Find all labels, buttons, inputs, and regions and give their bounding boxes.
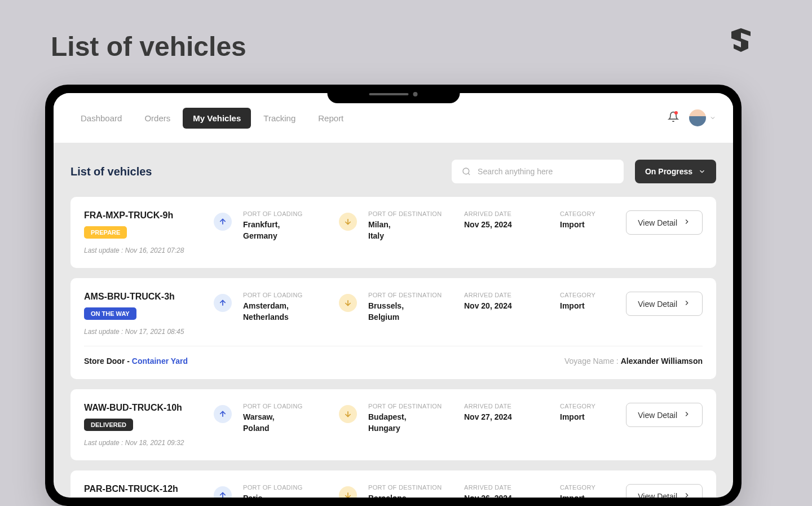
arrived-date-value: Nov 26, 2024 (464, 493, 549, 498)
arrow-down-icon (339, 294, 357, 312)
voyage-name: Alexander Williamson (621, 357, 703, 366)
view-detail-label: View Detail (638, 218, 677, 227)
search-input[interactable] (478, 167, 614, 176)
arrived-date-value: Nov 27, 2024 (464, 412, 549, 423)
svg-line-1 (468, 173, 470, 175)
last-update: Last update : Nov 17, 2021 08:45 (84, 328, 202, 336)
arrow-up-icon (214, 294, 232, 312)
route-to-link[interactable]: Container Yard (132, 357, 188, 366)
port-loading-label: PORT OF LOADING (243, 292, 328, 298)
port-loading-value: Frankfurt,Germany (243, 219, 328, 241)
brand-logo (729, 28, 753, 58)
arrived-date-label: ARRIVED DATE (464, 292, 549, 298)
voyage-label: Voyage Name : (564, 357, 621, 366)
notification-bell[interactable] (668, 111, 679, 125)
route-from: Store Door (84, 357, 125, 366)
arrived-date-label: ARRIVED DATE (464, 210, 549, 217)
vehicle-name: WAW-BUD-TRUCK-10h (84, 403, 202, 413)
category-value: Import (560, 219, 611, 231)
port-loading-value: Warsaw,Poland (243, 412, 328, 434)
chevron-right-icon (683, 218, 691, 227)
port-destination-label: PORT OF DESTINATION (368, 292, 453, 298)
vehicle-card: WAW-BUD-TRUCK-10h DELIVERED Last update … (70, 389, 716, 460)
view-detail-button[interactable]: View Detail (626, 210, 703, 235)
nav-tab-dashboard[interactable]: Dashboard (70, 108, 132, 129)
arrived-date-label: ARRIVED DATE (464, 484, 549, 491)
view-detail-label: View Detail (638, 492, 677, 498)
arrow-up-icon (214, 486, 232, 498)
view-detail-label: View Detail (638, 411, 677, 420)
port-destination-label: PORT OF DESTINATION (368, 210, 453, 217)
device-frame: Dashboard Orders My Vehicles Tracking Re… (45, 85, 742, 506)
chevron-right-icon (683, 491, 691, 498)
view-detail-button[interactable]: View Detail (626, 484, 703, 498)
view-detail-button[interactable]: View Detail (626, 403, 703, 427)
last-update: Last update : Nov 18, 2021 09:32 (84, 439, 202, 447)
chevron-down-icon (698, 168, 706, 175)
avatar (689, 109, 706, 126)
arrived-date-value: Nov 25, 2024 (464, 219, 549, 231)
status-badge: PREPARE (84, 226, 127, 239)
category-value: Import (560, 493, 611, 498)
chevron-right-icon (683, 410, 691, 420)
nav-tab-orders[interactable]: Orders (134, 108, 180, 129)
category-value: Import (560, 412, 611, 423)
nav-tab-report[interactable]: Report (308, 108, 354, 129)
vehicle-card: FRA-MXP-TRUCK-9h PREPARE Last update : N… (70, 197, 716, 268)
device-notch (327, 85, 460, 103)
content-title: List of vehicles (70, 165, 152, 178)
nav-tabs: Dashboard Orders My Vehicles Tracking Re… (70, 108, 354, 129)
filter-label: On Progress (645, 167, 692, 176)
vehicle-card: AMS-BRU-TRUCK-3h ON THE WAY Last update … (70, 278, 716, 379)
port-loading-value: Amsterdam,Netherlands (243, 301, 328, 323)
category-label: CATEGORY (560, 403, 611, 410)
vehicle-name: PAR-BCN-TRUCK-12h (84, 484, 202, 494)
port-destination-value: Budapest,Hungary (368, 412, 453, 434)
status-badge: DELIVERED (84, 419, 133, 431)
nav-tab-tracking[interactable]: Tracking (253, 108, 306, 129)
search-icon (462, 166, 471, 177)
user-menu[interactable] (689, 109, 716, 126)
svg-point-0 (463, 168, 469, 174)
arrived-date-label: ARRIVED DATE (464, 403, 549, 410)
screen: Dashboard Orders My Vehicles Tracking Re… (54, 93, 733, 498)
arrow-down-icon (339, 486, 357, 498)
view-detail-button[interactable]: View Detail (626, 292, 703, 316)
last-update: Last update : Nov 16, 2021 07:28 (84, 247, 202, 254)
status-badge: ON THE WAY (84, 307, 136, 320)
arrived-date-value: Nov 20, 2024 (464, 301, 549, 312)
arrow-down-icon (339, 213, 357, 231)
port-loading-value: Paris,France (243, 493, 328, 498)
port-destination-value: Brussels,Belgium (368, 301, 453, 323)
vehicle-card: PAR-BCN-TRUCK-12h PREPARE PORT OF LOADIN… (70, 470, 716, 498)
port-destination-label: PORT OF DESTINATION (368, 484, 453, 491)
card-footer: Store Door - Container Yard Voyage Name … (84, 346, 703, 366)
view-detail-label: View Detail (638, 300, 677, 309)
port-loading-label: PORT OF LOADING (243, 484, 328, 491)
arrow-up-icon (214, 405, 232, 423)
port-destination-value: Milan,Italy (368, 219, 453, 241)
category-label: CATEGORY (560, 210, 611, 217)
filter-button[interactable]: On Progress (635, 160, 716, 183)
category-label: CATEGORY (560, 484, 611, 491)
vehicle-name: FRA-MXP-TRUCK-9h (84, 210, 202, 221)
nav-tab-my-vehicles[interactable]: My Vehicles (183, 108, 251, 129)
page-title: List of vehicles (51, 31, 246, 62)
category-label: CATEGORY (560, 292, 611, 298)
port-destination-label: PORT OF DESTINATION (368, 403, 453, 410)
port-loading-label: PORT OF LOADING (243, 403, 328, 410)
arrow-down-icon (339, 405, 357, 423)
port-destination-value: Barcelona,Spain (368, 493, 453, 498)
chevron-right-icon (683, 299, 691, 309)
category-value: Import (560, 301, 611, 312)
vehicle-name: AMS-BRU-TRUCK-3h (84, 292, 202, 302)
notification-dot-icon (674, 111, 678, 115)
chevron-down-icon (709, 115, 716, 121)
search-box[interactable] (452, 160, 624, 183)
arrow-up-icon (214, 213, 232, 231)
port-loading-label: PORT OF LOADING (243, 210, 328, 217)
